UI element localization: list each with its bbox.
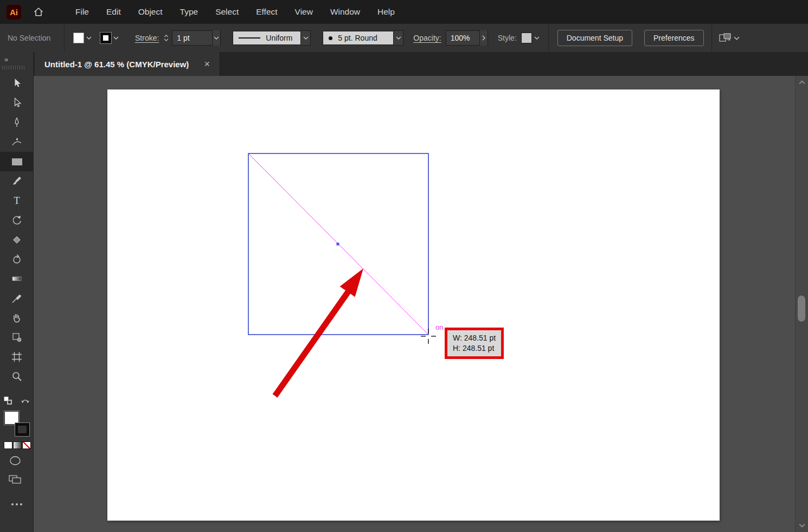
- variable-width-profile-control[interactable]: Uniform: [233, 30, 311, 46]
- separator: [64, 24, 65, 52]
- chevron-down-icon[interactable]: [734, 36, 740, 40]
- chevron-down-icon[interactable]: [300, 30, 311, 46]
- rotate-tool[interactable]: [0, 210, 34, 230]
- rectangle-center-point: [337, 243, 339, 246]
- vertical-scrollbar[interactable]: [795, 76, 808, 532]
- annotation-arrow: [275, 268, 363, 396]
- rotate-view-tool[interactable]: [0, 249, 34, 269]
- brush-preview-icon: [329, 36, 332, 40]
- stroke-color-control[interactable]: [100, 33, 119, 43]
- artboard-tool[interactable]: [0, 347, 34, 367]
- opacity-input[interactable]: [446, 34, 479, 42]
- color-type-buttons: [4, 441, 31, 449]
- stroke-color-swatch[interactable]: [100, 33, 111, 43]
- fill-color-control[interactable]: [73, 33, 92, 43]
- gradient-tool[interactable]: [0, 269, 34, 289]
- eyedropper-icon: [11, 292, 23, 304]
- stepper-up-icon[interactable]: [164, 35, 169, 37]
- stroke-weight-input[interactable]: [172, 34, 211, 42]
- chevron-down-icon[interactable]: [113, 36, 119, 40]
- menu-object[interactable]: Object: [130, 7, 171, 17]
- selection-status: No Selection: [0, 34, 64, 42]
- chevron-down-icon[interactable]: [212, 30, 221, 46]
- tools-panel: » T: [0, 52, 34, 532]
- direct-selection-tool[interactable]: [0, 93, 34, 113]
- curvature-icon: [11, 136, 23, 148]
- menu-type[interactable]: Type: [171, 7, 207, 17]
- swap-colors-icon[interactable]: [21, 397, 30, 404]
- zoom-icon: [11, 370, 23, 382]
- graphic-style-control[interactable]: [521, 33, 540, 43]
- fill-color-swatch[interactable]: [73, 33, 84, 43]
- scrollbar-thumb[interactable]: [798, 296, 805, 322]
- stroke-swatch[interactable]: [15, 423, 29, 436]
- drawing-mode-icon: [9, 456, 22, 466]
- menu-effect[interactable]: Effect: [247, 7, 286, 17]
- menu-help[interactable]: Help: [369, 7, 403, 17]
- more-tools-button[interactable]: [11, 503, 22, 505]
- smart-guide-label: on: [435, 323, 443, 331]
- color-button[interactable]: [4, 441, 12, 449]
- preferences-button[interactable]: Preferences: [644, 30, 703, 46]
- tooltip-width: W: 248.51 pt: [453, 333, 496, 343]
- default-colors-icon[interactable]: [4, 396, 12, 405]
- arrange-documents-control[interactable]: [719, 33, 740, 43]
- canvas-overlay: [34, 76, 808, 532]
- scroll-down-icon[interactable]: [799, 523, 805, 528]
- type-tool[interactable]: T: [0, 191, 34, 210]
- expand-panel-button[interactable]: »: [0, 52, 33, 63]
- brush-definition-control[interactable]: 5 pt. Round: [323, 30, 403, 46]
- zoom-tool[interactable]: [0, 367, 34, 386]
- canvas[interactable]: on W: 248.51 pt H: 248.51 pt: [34, 76, 808, 532]
- chevron-down-icon[interactable]: [393, 30, 403, 46]
- menu-items: File Edit Object Type Select Effect View…: [67, 7, 403, 17]
- home-button[interactable]: [33, 7, 44, 17]
- none-button[interactable]: [22, 441, 31, 449]
- selection-arrow-icon: [11, 78, 23, 89]
- style-label: Style:: [498, 34, 517, 42]
- tooltip-height: H: 248.51 pt: [453, 343, 496, 354]
- selection-tool[interactable]: [0, 74, 34, 93]
- chevron-down-icon[interactable]: [86, 36, 92, 40]
- pen-tool[interactable]: [0, 113, 34, 132]
- drawing-mode-button[interactable]: [9, 456, 22, 466]
- graphic-style-swatch[interactable]: [521, 33, 532, 43]
- symbols-tool[interactable]: [0, 328, 34, 347]
- document-tab-title: Untitled-1 @ 61.45 % (CMYK/Preview): [44, 60, 189, 69]
- screen-mode-icon: [9, 475, 22, 484]
- gradient-button[interactable]: [13, 441, 22, 449]
- eyedropper-tool[interactable]: [0, 289, 34, 308]
- type-icon: T: [14, 195, 20, 207]
- crosshair-cursor: [421, 329, 436, 344]
- eraser-tool[interactable]: [0, 230, 34, 249]
- document-tab-bar: Untitled-1 @ 61.45 % (CMYK/Preview) ×: [34, 52, 808, 76]
- rectangle-icon: [12, 158, 22, 165]
- opacity-panel-link[interactable]: Opacity:: [413, 34, 441, 42]
- paintbrush-tool[interactable]: [0, 171, 34, 191]
- symbols-icon: [11, 331, 23, 343]
- menu-view[interactable]: View: [286, 7, 322, 17]
- control-bar: No Selection Stroke: Uniform: [0, 24, 808, 52]
- stroke-weight-field[interactable]: [172, 30, 221, 46]
- close-tab-icon[interactable]: ×: [204, 59, 210, 70]
- menu-file[interactable]: File: [67, 7, 98, 17]
- opacity-field[interactable]: [446, 30, 488, 46]
- stepper-down-icon[interactable]: [164, 39, 169, 41]
- pen-icon: [11, 117, 23, 129]
- menu-edit[interactable]: Edit: [98, 7, 130, 17]
- scroll-up-icon[interactable]: [799, 80, 805, 85]
- stroke-panel-link[interactable]: Stroke:: [135, 34, 159, 42]
- rectangle-tool[interactable]: [0, 152, 34, 171]
- menu-window[interactable]: Window: [322, 7, 369, 17]
- document-tab[interactable]: Untitled-1 @ 61.45 % (CMYK/Preview) ×: [35, 52, 220, 76]
- chevron-right-icon[interactable]: [479, 30, 488, 46]
- menu-select[interactable]: Select: [207, 7, 247, 17]
- home-icon: [33, 7, 44, 17]
- screen-mode-button[interactable]: [9, 475, 22, 484]
- stroke-weight-stepper[interactable]: [164, 35, 169, 41]
- curvature-tool[interactable]: [0, 132, 34, 152]
- chevron-down-icon[interactable]: [534, 36, 540, 40]
- separator: [711, 24, 712, 52]
- hand-tool[interactable]: [0, 308, 34, 328]
- document-setup-button[interactable]: Document Setup: [557, 30, 632, 46]
